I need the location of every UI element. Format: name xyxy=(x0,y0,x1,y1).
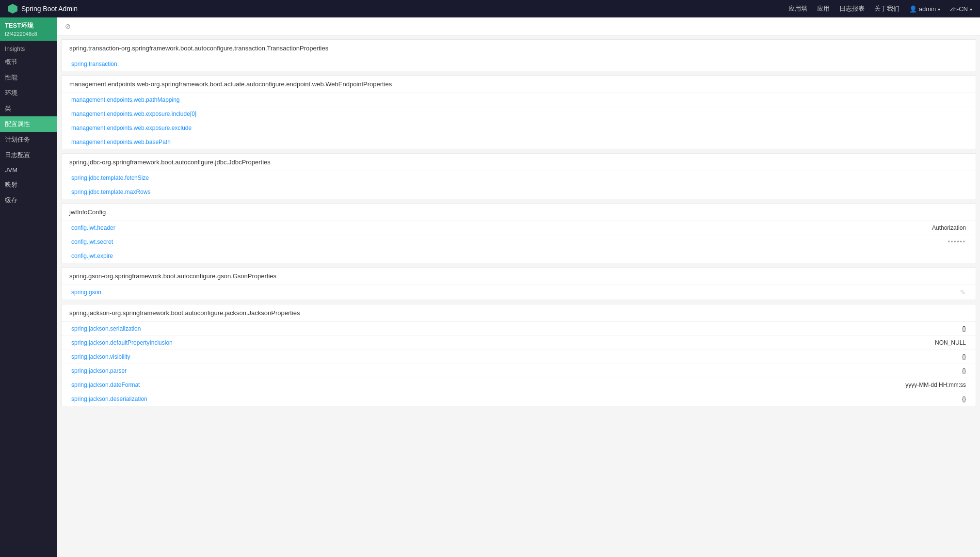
filter-icon: ⊘ xyxy=(65,22,71,30)
config-item: spring.jdbc.template.maxRows xyxy=(62,185,976,199)
config-item: config.jwt.expire xyxy=(62,249,976,263)
config-key[interactable]: management.endpoints.web.basePath xyxy=(71,139,171,145)
config-key[interactable]: spring.transaction. xyxy=(71,61,119,67)
config-key[interactable]: management.endpoints.web.exposure.includ… xyxy=(71,111,196,117)
config-groups: spring.transaction-org.springframework.b… xyxy=(57,39,980,406)
nav-brand: Spring Boot Admin xyxy=(8,4,78,14)
config-item: management.endpoints.web.basePath xyxy=(62,135,976,149)
sidebar-item-classes[interactable]: 类 xyxy=(0,101,57,116)
sidebar-item-mapping[interactable]: 映射 xyxy=(0,177,57,192)
config-group-gson: spring.gson-org.springframework.boot.aut… xyxy=(61,267,976,300)
config-key[interactable]: config.jwt.expire xyxy=(71,253,113,259)
config-edit-icon[interactable]: ✎ xyxy=(960,288,966,296)
config-group-jwt: jwtInfoConfigconfig.jwt.headerAuthorizat… xyxy=(61,203,976,263)
nav-app-wall[interactable]: 应用墙 xyxy=(788,4,807,13)
config-value: {} xyxy=(962,367,966,374)
config-key[interactable]: spring.jdbc.template.fetchSize xyxy=(71,175,149,181)
config-group-header-gson: spring.gson-org.springframework.boot.aut… xyxy=(62,268,976,285)
config-item: config.jwt.secret•••••• xyxy=(62,235,976,249)
config-item: management.endpoints.web.exposure.exclud… xyxy=(62,121,976,135)
config-group-web-endpoint: management.endpoints.web-org.springframe… xyxy=(61,75,976,149)
sidebar-item-jvm[interactable]: JVM xyxy=(0,163,57,177)
config-group-header-jwt: jwtInfoConfig xyxy=(62,204,976,221)
main-layout: TEST环境 f2f4222048c8 Insights 概节 性能 环境 类 … xyxy=(0,17,980,557)
user-chevron xyxy=(938,5,940,13)
config-group-transaction: spring.transaction-org.springframework.b… xyxy=(61,39,976,71)
app-logo xyxy=(8,4,17,14)
nav-user-menu[interactable]: 👤 admin xyxy=(909,5,940,13)
config-key[interactable]: spring.jackson.dateFormat xyxy=(71,382,140,388)
config-key[interactable]: spring.jackson.deserialization xyxy=(71,396,147,402)
config-item: spring.jackson.visibility{} xyxy=(62,350,976,364)
config-group-jdbc: spring.jdbc-org.springframework.boot.aut… xyxy=(61,153,976,199)
config-item: config.jwt.headerAuthorization xyxy=(62,221,976,235)
config-key[interactable]: config.jwt.secret xyxy=(71,239,113,245)
config-group-jackson: spring.jackson-org.springframework.boot.… xyxy=(61,304,976,406)
config-key[interactable]: management.endpoints.web.pathMapping xyxy=(71,96,180,103)
config-key[interactable]: spring.jdbc.template.maxRows xyxy=(71,189,150,195)
lang-chevron xyxy=(970,5,972,13)
top-navigation: Spring Boot Admin 应用墙 应用 日志报表 关于我们 👤 adm… xyxy=(0,0,980,17)
config-item: spring.jackson.dateFormatyyyy-MM-dd HH:m… xyxy=(62,378,976,392)
config-item: spring.gson.✎ xyxy=(62,285,976,300)
config-value: yyyy-MM-dd HH:mm:ss xyxy=(905,382,966,388)
lang-label: zh-CN xyxy=(950,5,968,13)
nav-right: 应用墙 应用 日志报表 关于我们 👤 admin zh-CN xyxy=(788,4,972,13)
user-label: admin xyxy=(919,5,936,13)
nav-lang-menu[interactable]: zh-CN xyxy=(950,5,972,13)
config-value: Authorization xyxy=(932,224,966,231)
sidebar-item-scheduled[interactable]: 计划任务 xyxy=(0,132,57,147)
config-item: spring.jackson.defaultPropertyInclusionN… xyxy=(62,336,976,350)
config-item: spring.jdbc.template.fetchSize xyxy=(62,171,976,185)
sidebar-item-overview[interactable]: 概节 xyxy=(0,54,57,70)
content-area: ⊘ spring.transaction-org.springframework… xyxy=(57,17,980,557)
config-item: spring.transaction. xyxy=(62,57,976,71)
config-item: spring.jackson.deserialization{} xyxy=(62,392,976,406)
sidebar: TEST环境 f2f4222048c8 Insights 概节 性能 环境 类 … xyxy=(0,17,57,557)
config-key[interactable]: spring.gson. xyxy=(71,289,103,296)
user-icon: 👤 xyxy=(909,5,917,13)
nav-about[interactable]: 关于我们 xyxy=(874,4,900,13)
nav-apps[interactable]: 应用 xyxy=(817,4,830,13)
app-title: Spring Boot Admin xyxy=(21,5,78,13)
sidebar-item-configprops[interactable]: 配置属性 xyxy=(0,116,57,132)
config-item: management.endpoints.web.pathMapping xyxy=(62,93,976,107)
config-key[interactable]: management.endpoints.web.exposure.exclud… xyxy=(71,125,192,131)
config-value: {} xyxy=(962,325,966,332)
config-value: NON_NULL xyxy=(935,339,966,346)
config-item: spring.jackson.serialization{} xyxy=(62,322,976,336)
config-item: spring.jackson.parser{} xyxy=(62,364,976,378)
config-key[interactable]: spring.jackson.visibility xyxy=(71,353,130,360)
config-group-header-jdbc: spring.jdbc-org.springframework.boot.aut… xyxy=(62,154,976,171)
sidebar-item-cache[interactable]: 缓存 xyxy=(0,192,57,208)
config-group-header-jackson: spring.jackson-org.springframework.boot.… xyxy=(62,304,976,322)
filter-bar: ⊘ xyxy=(57,17,980,35)
config-value: •••••• xyxy=(948,239,966,245)
config-value: {} xyxy=(962,396,966,402)
sidebar-item-environment[interactable]: 环境 xyxy=(0,85,57,101)
config-group-header-web-endpoint: management.endpoints.web-org.springframe… xyxy=(62,76,976,93)
insights-label: Insights xyxy=(0,41,57,54)
config-item: management.endpoints.web.exposure.includ… xyxy=(62,107,976,121)
sidebar-app-info: TEST环境 f2f4222048c8 xyxy=(0,17,57,41)
config-key[interactable]: spring.jackson.defaultPropertyInclusion xyxy=(71,339,173,346)
sidebar-app-id: f2f4222048c8 xyxy=(5,31,52,37)
config-value: {} xyxy=(962,353,966,360)
sidebar-item-performance[interactable]: 性能 xyxy=(0,70,57,85)
sidebar-app-name: TEST环境 xyxy=(5,21,52,30)
config-key[interactable]: spring.jackson.parser xyxy=(71,367,127,374)
config-group-header-transaction: spring.transaction-org.springframework.b… xyxy=(62,40,976,57)
config-key[interactable]: spring.jackson.serialization xyxy=(71,325,141,332)
sidebar-item-logconfig[interactable]: 日志配置 xyxy=(0,147,57,163)
config-key[interactable]: config.jwt.header xyxy=(71,224,115,231)
nav-log-report[interactable]: 日志报表 xyxy=(839,4,865,13)
